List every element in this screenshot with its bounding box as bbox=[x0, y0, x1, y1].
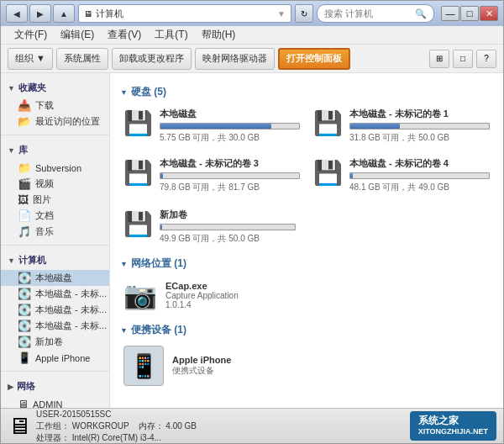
sidebar-item-music[interactable]: 🎵 音乐 bbox=[1, 224, 109, 240]
iphone-device-icon: 📱 bbox=[123, 346, 164, 386]
back-button[interactable]: ◀ bbox=[6, 4, 28, 23]
toolbar: 组织 ▼ 系统属性 卸载或更改程序 映射网络驱动器 打开控制面板 ⊞ □ ? bbox=[1, 45, 503, 73]
network-arrow-icon: ▶ bbox=[8, 383, 13, 391]
drive-info-3: 本地磁盘 - 未标记的卷 4 48.1 GB 可用，共 49.0 GB bbox=[349, 157, 490, 193]
favorites-arrow-icon: ▼ bbox=[8, 84, 15, 92]
menu-help[interactable]: 帮助(H) bbox=[195, 26, 243, 44]
portable-section-arrow-icon: ▼ bbox=[120, 326, 128, 335]
admin-icon: 🖥 bbox=[18, 398, 29, 408]
search-bar[interactable]: 🔍 bbox=[317, 4, 434, 23]
menu-view[interactable]: 查看(V) bbox=[101, 26, 148, 44]
close-button[interactable]: ✕ bbox=[480, 6, 498, 21]
capture-icon: 📷 bbox=[123, 279, 157, 311]
drive-bar-fill-0 bbox=[160, 124, 271, 129]
drive-info-2: 本地磁盘 - 未标记的卷 3 79.8 GB 可用，共 81.7 GB bbox=[160, 157, 300, 193]
sidebar-item-new-volume[interactable]: 💽 新加卷 bbox=[1, 334, 109, 350]
drive-icon-2: 💾 bbox=[123, 159, 153, 187]
memory-value: 4.00 GB bbox=[165, 421, 197, 431]
downloads-icon: 📥 bbox=[18, 99, 31, 112]
drive-bar-bg-0 bbox=[160, 123, 300, 130]
window-controls: — □ ✕ bbox=[441, 6, 498, 21]
drive-icon-3: 💾 bbox=[313, 159, 343, 187]
drive-bar-fill-1 bbox=[350, 124, 400, 129]
drive-icon-0: 💾 bbox=[123, 109, 153, 137]
maximize-button[interactable]: □ bbox=[460, 6, 479, 21]
help-button[interactable]: ? bbox=[476, 50, 496, 68]
favorites-header[interactable]: ▼ 收藏夹 bbox=[1, 78, 109, 98]
sidebar-item-pictures[interactable]: 🖼 图片 bbox=[1, 192, 109, 208]
drive-item-0[interactable]: 💾 本地磁盘 5.75 GB 可用，共 30.0 GB bbox=[120, 104, 303, 147]
computer-label: 计算机 bbox=[18, 254, 46, 267]
portable-item-0[interactable]: 📱 Apple iPhone 便携式设备 bbox=[120, 342, 493, 389]
up-button[interactable]: ▲ bbox=[53, 4, 75, 23]
menu-tools[interactable]: 工具(T) bbox=[148, 26, 194, 44]
sidebar-item-recent[interactable]: 📂 最近访问的位置 bbox=[1, 114, 109, 130]
network-sub1-0: Capture Application bbox=[165, 291, 239, 300]
folder-icon: 🖥 bbox=[84, 9, 92, 18]
drive-item-1[interactable]: 💾 本地磁盘 - 未标记的卷 1 31.8 GB 可用，共 50.0 GB bbox=[310, 104, 493, 147]
sidebar-item-subversion[interactable]: 📁 Subversion bbox=[1, 160, 109, 176]
forward-button[interactable]: ▶ bbox=[29, 4, 51, 23]
favorites-label: 收藏夹 bbox=[18, 82, 46, 94]
sidebar-item-local-disk[interactable]: 💽 本地磁盘 bbox=[1, 270, 109, 286]
new-volume-row: 💾 新加卷 49.9 GB 可用，共 50.0 GB bbox=[120, 205, 493, 248]
drive-item-4[interactable]: 💾 新加卷 49.9 GB 可用，共 50.0 GB bbox=[120, 205, 299, 248]
subversion-icon: 📁 bbox=[18, 161, 31, 174]
library-header[interactable]: ▼ 库 bbox=[1, 140, 109, 160]
view-grid-button[interactable]: ⊞ bbox=[429, 50, 449, 68]
drive-icon-1: 💾 bbox=[313, 109, 343, 137]
view-controls: ⊞ □ ? bbox=[429, 50, 496, 68]
portable-section-label: 便携设备 (1) bbox=[131, 323, 186, 337]
system-properties-button[interactable]: 系统属性 bbox=[56, 48, 108, 70]
sidebar-divider-2 bbox=[1, 245, 109, 246]
network-header[interactable]: ▶ 网络 bbox=[1, 377, 109, 396]
portable-section-header[interactable]: ▼ 便携设备 (1) bbox=[120, 323, 493, 337]
hard-disk-arrow-icon: ▼ bbox=[120, 88, 128, 97]
drive-bar-bg-1 bbox=[349, 123, 490, 130]
workgroup-value: WORKGROUP bbox=[72, 421, 129, 431]
minimize-button[interactable]: — bbox=[441, 6, 459, 21]
sidebar-item-disk-2[interactable]: 💽 本地磁盘 - 未标... bbox=[1, 286, 109, 302]
brand-box: 系统之家 XITONGZHIJIA.NET bbox=[410, 411, 496, 441]
refresh-button[interactable]: ↻ bbox=[295, 4, 313, 23]
sidebar-item-downloads[interactable]: 📥 下载 bbox=[1, 98, 109, 114]
status-computer-info: 🖥 USER-20150515SC 工作组： WORKGROUP 内存： 4.0… bbox=[8, 409, 197, 444]
map-drive-button[interactable]: 映射网络驱动器 bbox=[195, 48, 275, 70]
sidebar-item-disk-3[interactable]: 💽 本地磁盘 - 未标... bbox=[1, 302, 109, 318]
status-text-block: USER-20150515SC 工作组： WORKGROUP 内存： 4.00 … bbox=[36, 409, 197, 444]
sidebar-item-documents[interactable]: 📄 文档 bbox=[1, 208, 109, 224]
network-section-label: 网络位置 (1) bbox=[131, 256, 186, 271]
drive-bar-fill-4 bbox=[160, 225, 162, 230]
uninstall-button[interactable]: 卸载或更改程序 bbox=[112, 48, 192, 70]
sidebar-item-admin[interactable]: 🖥 ADMIN bbox=[1, 396, 109, 408]
menu-edit[interactable]: 编辑(E) bbox=[54, 26, 101, 44]
drive-item-2[interactable]: 💾 本地磁盘 - 未标记的卷 3 79.8 GB 可用，共 81.7 GB bbox=[120, 154, 303, 197]
sidebar-item-disk-4[interactable]: 💽 本地磁盘 - 未标... bbox=[1, 318, 109, 334]
menu-file[interactable]: 文件(F) bbox=[8, 26, 54, 44]
library-section: ▼ 库 📁 Subversion 🎬 视频 🖼 图片 📄 文档 bbox=[1, 139, 109, 241]
drive-name-2: 本地磁盘 - 未标记的卷 3 bbox=[160, 157, 300, 170]
address-dropdown-icon[interactable]: ▼ bbox=[277, 9, 286, 18]
brand-area: 系统之家 XITONGZHIJIA.NET bbox=[410, 411, 496, 441]
processor-label: 处理器： bbox=[36, 433, 70, 442]
brand-line2: XITONGZHIJIA.NET bbox=[418, 427, 488, 437]
network-section-header[interactable]: ▼ 网络位置 (1) bbox=[120, 256, 493, 271]
status-computer-name: USER-20150515SC bbox=[36, 409, 197, 420]
drive-item-3[interactable]: 💾 本地磁盘 - 未标记的卷 4 48.1 GB 可用，共 49.0 GB bbox=[310, 154, 493, 197]
organize-button[interactable]: 组织 ▼ bbox=[8, 48, 53, 70]
sidebar-item-video[interactable]: 🎬 视频 bbox=[1, 176, 109, 192]
sidebar-item-iphone[interactable]: 📱 Apple iPhone bbox=[1, 350, 109, 366]
computer-header[interactable]: ▼ 计算机 bbox=[1, 251, 109, 270]
processor-value: Intel(R) Core(TM) i3-4... bbox=[72, 433, 161, 442]
network-item-0[interactable]: 📷 ECap.exe Capture Application 1.0.1.4 bbox=[120, 276, 493, 314]
hard-disk-section-header[interactable]: ▼ 硬盘 (5) bbox=[120, 85, 493, 99]
search-input[interactable] bbox=[324, 8, 412, 18]
drive-size-4: 49.9 GB 可用，共 50.0 GB bbox=[160, 233, 296, 245]
drive-name-1: 本地磁盘 - 未标记的卷 1 bbox=[349, 108, 490, 120]
view-list-button[interactable]: □ bbox=[453, 50, 473, 68]
address-bar[interactable]: 🖥 计算机 ▼ bbox=[78, 4, 291, 23]
open-control-panel-button[interactable]: 打开控制面板 bbox=[278, 48, 350, 70]
drive-size-0: 5.75 GB 可用，共 30.0 GB bbox=[160, 132, 300, 144]
brand-line1: 系统之家 bbox=[418, 415, 488, 428]
drive-bar-bg-2 bbox=[160, 172, 300, 179]
